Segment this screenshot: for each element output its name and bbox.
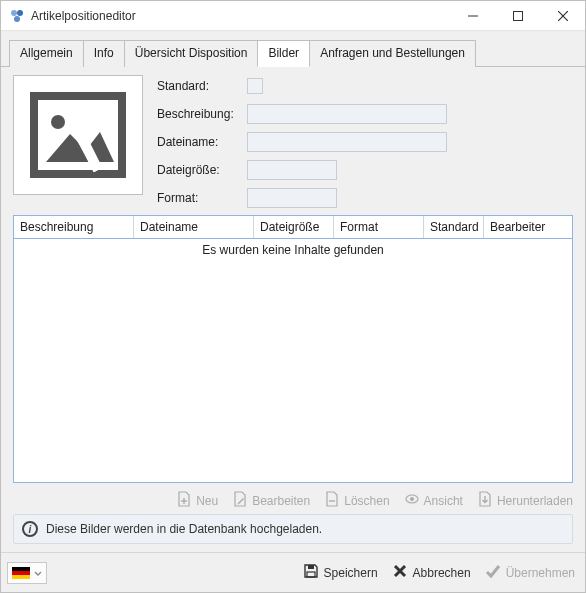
minimize-button[interactable]	[450, 1, 495, 30]
svg-rect-19	[307, 572, 315, 577]
beschreibung-input[interactable]	[247, 104, 447, 124]
cancel-icon	[392, 563, 408, 582]
field-dateiname: Dateiname:	[157, 131, 573, 153]
bottom-actions: Speichern Abbrechen Übernehmen	[303, 563, 575, 582]
col-dateigroesse[interactable]: Dateigröße	[254, 216, 334, 238]
window: Artikelpositioneditor Allgemein Info Übe…	[0, 0, 586, 593]
cancel-label: Abbrechen	[413, 566, 471, 580]
tab-bilder[interactable]: Bilder	[257, 40, 310, 67]
bottom-bar: Speichern Abbrechen Übernehmen	[1, 552, 585, 592]
file-download-icon	[477, 491, 493, 510]
download-label: Herunterladen	[497, 494, 573, 508]
format-input[interactable]	[247, 188, 337, 208]
tab-info[interactable]: Info	[83, 40, 125, 67]
title-bar: Artikelpositioneditor	[1, 1, 585, 31]
download-button[interactable]: Herunterladen	[477, 491, 573, 510]
view-label: Ansicht	[424, 494, 463, 508]
delete-label: Löschen	[344, 494, 389, 508]
tab-row: Allgemein Info Übersicht Disposition Bil…	[1, 31, 585, 67]
close-button[interactable]	[540, 1, 585, 30]
image-details-panel: Standard: Beschreibung: Dateiname: Datei…	[1, 67, 585, 215]
flag-germany-icon	[12, 567, 30, 579]
svg-point-1	[17, 10, 23, 16]
language-selector[interactable]	[7, 562, 47, 584]
svg-point-2	[14, 16, 20, 22]
beschreibung-label: Beschreibung:	[157, 107, 247, 121]
fields: Standard: Beschreibung: Dateiname: Datei…	[143, 75, 573, 209]
save-icon	[303, 563, 319, 582]
new-label: Neu	[196, 494, 218, 508]
eye-icon	[404, 491, 420, 510]
save-button[interactable]: Speichern	[303, 563, 378, 582]
image-thumbnail	[13, 75, 143, 195]
delete-button[interactable]: Löschen	[324, 491, 389, 510]
col-format[interactable]: Format	[334, 216, 424, 238]
svg-point-8	[51, 115, 65, 129]
edit-button[interactable]: Bearbeiten	[232, 491, 310, 510]
standard-checkbox[interactable]	[247, 78, 263, 94]
window-title: Artikelpositioneditor	[31, 9, 136, 23]
edit-label: Bearbeiten	[252, 494, 310, 508]
tab-allgemein[interactable]: Allgemein	[9, 40, 84, 67]
tab-anfragen-bestellungen[interactable]: Anfragen und Bestellungen	[309, 40, 476, 67]
col-bearbeiter[interactable]: Bearbeiter	[484, 216, 572, 238]
table-empty-message: Es wurden keine Inhalte gefunden	[202, 243, 383, 482]
table-header: Beschreibung Dateiname Dateigröße Format…	[14, 216, 572, 239]
tab-uebersicht-disposition[interactable]: Übersicht Disposition	[124, 40, 259, 67]
tabs-container: Allgemein Info Übersicht Disposition Bil…	[1, 31, 585, 552]
dateigroesse-input[interactable]	[247, 160, 337, 180]
apply-button[interactable]: Übernehmen	[485, 563, 575, 582]
dateiname-label: Dateiname:	[157, 135, 247, 149]
svg-point-0	[11, 10, 17, 16]
file-edit-icon	[232, 491, 248, 510]
images-table: Beschreibung Dateiname Dateigröße Format…	[13, 215, 573, 483]
file-delete-icon	[324, 491, 340, 510]
app-icon	[9, 8, 25, 24]
dateigroesse-label: Dateigröße:	[157, 163, 247, 177]
col-standard[interactable]: Standard	[424, 216, 484, 238]
save-label: Speichern	[324, 566, 378, 580]
field-format: Format:	[157, 187, 573, 209]
field-dateigroesse: Dateigröße:	[157, 159, 573, 181]
format-label: Format:	[157, 191, 247, 205]
file-plus-icon	[176, 491, 192, 510]
window-controls	[450, 1, 585, 30]
info-text: Diese Bilder werden in die Datenbank hoc…	[46, 522, 322, 536]
col-dateiname[interactable]: Dateiname	[134, 216, 254, 238]
svg-point-16	[410, 497, 414, 501]
table-toolbar: Neu Bearbeiten Löschen Ansicht	[1, 483, 585, 514]
apply-label: Übernehmen	[506, 566, 575, 580]
check-icon	[485, 563, 501, 582]
col-beschreibung[interactable]: Beschreibung	[14, 216, 134, 238]
cancel-button[interactable]: Abbrechen	[392, 563, 471, 582]
table-body: Es wurden keine Inhalte gefunden	[14, 239, 572, 482]
maximize-button[interactable]	[495, 1, 540, 30]
field-standard: Standard:	[157, 75, 573, 97]
standard-label: Standard:	[157, 79, 247, 93]
dateiname-input[interactable]	[247, 132, 447, 152]
info-icon: i	[22, 521, 38, 537]
new-button[interactable]: Neu	[176, 491, 218, 510]
view-button[interactable]: Ansicht	[404, 491, 463, 510]
info-bar: i Diese Bilder werden in die Datenbank h…	[13, 514, 573, 544]
field-beschreibung: Beschreibung:	[157, 103, 573, 125]
svg-rect-4	[513, 11, 522, 20]
chevron-down-icon	[34, 566, 42, 580]
svg-rect-18	[308, 565, 314, 569]
image-placeholder-icon	[20, 82, 136, 188]
